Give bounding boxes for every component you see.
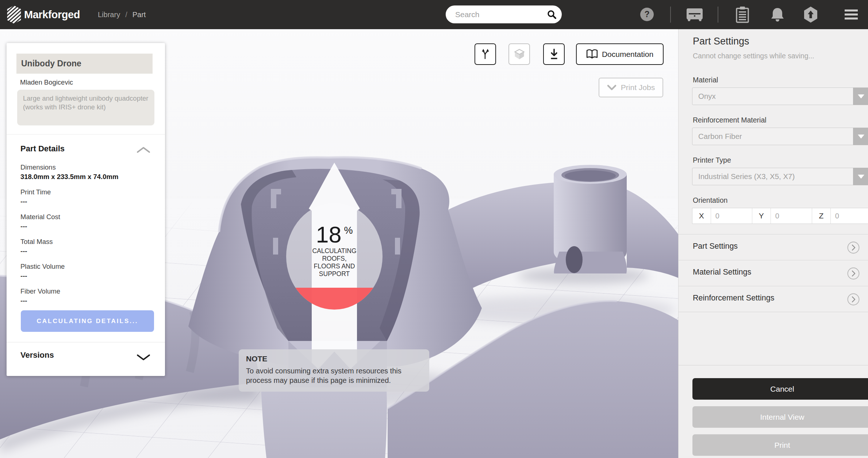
search-input[interactable] xyxy=(454,8,540,22)
part-author: Mladen Bogicevic xyxy=(20,78,73,86)
markforged-logo-icon xyxy=(7,5,22,24)
dropdown-arrow-icon[interactable] xyxy=(853,168,868,185)
branch-version-button[interactable] xyxy=(475,43,496,65)
download-icon xyxy=(548,48,560,61)
printer-type-label: Printer Type xyxy=(693,156,731,164)
breadcrumb-separator: / xyxy=(125,11,127,19)
progress-status: CALCULATING ROOFS, FLOORS AND SUPPORT xyxy=(291,247,378,278)
note-title: NOTE xyxy=(246,354,422,363)
panel-divider xyxy=(7,342,165,342)
part-details-header: Part Details xyxy=(20,144,65,154)
search-box[interactable] xyxy=(446,5,562,23)
book-icon xyxy=(586,49,598,60)
reinforcement-material-label: Reinforcement Material xyxy=(693,116,767,124)
print-jobs-label: Print Jobs xyxy=(621,83,655,92)
menu-icon[interactable] xyxy=(845,0,858,29)
detail-item: Total Mass --- xyxy=(20,237,152,256)
dimensions-value: 318.0mm x 233.5mm x 74.0mm xyxy=(20,172,152,182)
chevron-down-icon[interactable] xyxy=(137,354,150,361)
breadcrumb-library[interactable]: Library xyxy=(98,11,120,19)
breadcrumb-part: Part xyxy=(132,11,146,19)
dropdown-arrow-icon[interactable] xyxy=(853,88,868,105)
chevron-right-circle-icon xyxy=(847,241,860,254)
orientation-y-input[interactable] xyxy=(771,208,812,224)
orientation-x-input[interactable] xyxy=(711,208,752,224)
motor-mount xyxy=(554,165,627,273)
brand-name: Markforged xyxy=(24,9,80,21)
detail-item: Print Time --- xyxy=(20,187,152,206)
part-title-field[interactable]: Unibody Drone xyxy=(16,54,153,74)
detail-item: Plastic Volume --- xyxy=(20,262,152,281)
orientation-y-field[interactable] xyxy=(771,208,812,224)
cancel-button[interactable]: Cancel xyxy=(692,378,868,400)
printer-icon[interactable] xyxy=(686,0,703,29)
reinforcement-material-select[interactable]: Carbon Fiber xyxy=(692,128,868,145)
chevron-right-circle-icon xyxy=(847,293,860,306)
topbar-divider xyxy=(670,7,671,23)
settings-subtitle: Cannot change settings while saving... xyxy=(693,52,814,60)
clipboard-icon[interactable] xyxy=(735,0,750,29)
documentation-button[interactable]: Documentation xyxy=(576,43,664,65)
detail-item: Material Cost --- xyxy=(20,212,152,231)
note-body: To avoid consuming extra system resource… xyxy=(246,366,422,385)
part-settings-panel: Part Settings Cannot change settings whi… xyxy=(678,29,868,458)
chevron-up-icon[interactable] xyxy=(137,146,150,154)
progress-indicator: 18% CALCULATING ROOFS, FLOORS AND SUPPOR… xyxy=(291,222,378,278)
chevron-right-circle-icon xyxy=(847,267,860,280)
detail-item: Fiber Volume --- xyxy=(20,287,152,306)
part-settings-row[interactable]: Part Settings xyxy=(679,234,868,260)
branch-icon xyxy=(480,48,491,60)
detail-item: Dimensions 318.0mm x 233.5mm x 74.0mm xyxy=(20,163,152,182)
search-icon[interactable] xyxy=(547,9,557,20)
orientation-label: Orientation xyxy=(693,196,727,205)
print-button[interactable]: Print xyxy=(692,434,868,456)
top-navigation-bar: Markforged Library / Part ? xyxy=(0,0,868,29)
axis-y-label: Y xyxy=(752,208,771,224)
internal-view-button[interactable]: Internal View xyxy=(692,406,868,428)
slice-cube-icon xyxy=(513,48,526,61)
breadcrumb: Library / Part xyxy=(98,0,146,29)
printer-type-select[interactable]: Industrial Series (X3, X5, X7) xyxy=(692,168,868,185)
axis-z-label: Z xyxy=(812,208,831,224)
orientation-x-field[interactable] xyxy=(711,208,752,224)
settings-sections: Part Settings Material Settings Reinforc… xyxy=(679,234,868,365)
note-tooltip: NOTE To avoid consuming extra system res… xyxy=(239,349,429,392)
reinforcement-settings-row[interactable]: Reinforcement Settings xyxy=(679,286,868,312)
progress-percent: 18% xyxy=(291,222,378,247)
settings-title: Part Settings xyxy=(693,36,749,47)
documentation-label: Documentation xyxy=(602,50,653,59)
internal-view-slice-button[interactable] xyxy=(508,43,530,65)
part-title: Unibody Drone xyxy=(21,59,81,69)
material-label: Material xyxy=(693,76,718,84)
orientation-z-field[interactable] xyxy=(831,208,868,224)
dropdown-arrow-icon[interactable] xyxy=(853,128,868,145)
print-jobs-button[interactable]: Print Jobs xyxy=(599,78,663,97)
orientation-row: X Y Z xyxy=(692,208,868,224)
help-icon[interactable]: ? xyxy=(640,8,654,21)
calculating-details-button[interactable]: CALCULATING DETAILS... xyxy=(21,310,154,332)
part-description-field[interactable]: Large and lightweight unibody quadcopter… xyxy=(17,90,154,125)
chevron-down-icon xyxy=(607,84,617,91)
part-details-list: Dimensions 318.0mm x 233.5mm x 74.0mm Pr… xyxy=(20,163,152,311)
panel-divider xyxy=(7,134,165,135)
material-settings-row[interactable]: Material Settings xyxy=(679,260,868,286)
material-select[interactable]: Onyx xyxy=(692,88,868,105)
versions-header[interactable]: Versions xyxy=(20,350,54,360)
part-info-panel: Unibody Drone Mladen Bogicevic Large and… xyxy=(7,43,165,376)
download-button[interactable] xyxy=(543,43,565,65)
topbar-divider xyxy=(718,7,718,23)
orientation-z-input[interactable] xyxy=(831,208,868,224)
brand[interactable]: Markforged xyxy=(7,5,80,24)
settings-empty-area xyxy=(679,312,868,365)
axis-x-label: X xyxy=(692,208,711,224)
upload-hexagon-icon[interactable] xyxy=(803,0,818,29)
bell-icon[interactable] xyxy=(770,0,785,29)
